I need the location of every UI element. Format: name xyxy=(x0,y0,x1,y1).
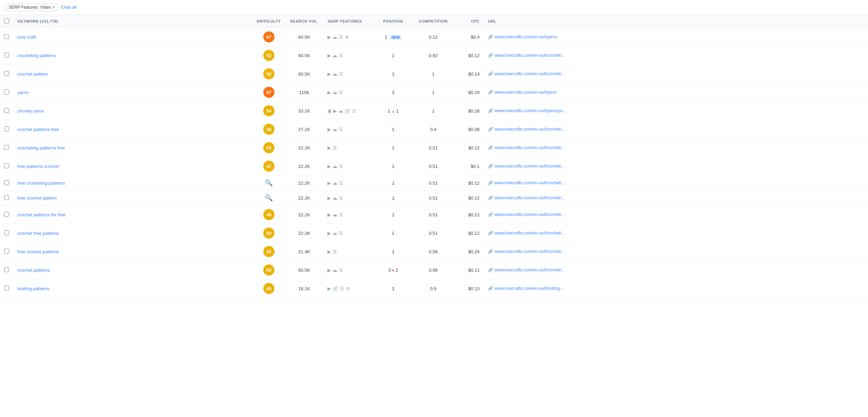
serp-features-cell: ▶⛰☰ xyxy=(323,191,376,206)
shop-icon: 🛒 xyxy=(333,286,338,291)
row-checkbox[interactable] xyxy=(4,180,9,185)
keyword-link[interactable]: love craft xyxy=(17,34,36,40)
difficulty-cell: 48 xyxy=(252,120,285,139)
keyword-link[interactable]: free crocheting patterns xyxy=(17,180,65,186)
url-cell: 🔗www.lovecrafts.com/en-us/l/crochet/... xyxy=(484,157,868,176)
video-icon: ▶ xyxy=(327,268,331,272)
position-cell: 1 xyxy=(376,191,410,206)
row-checkbox[interactable] xyxy=(4,90,9,94)
url-link[interactable]: 🔗www.lovecrafts.com/en-us/l/knitting-... xyxy=(488,286,864,291)
url-link[interactable]: 🔗www.lovecrafts.com/en-us/l/crochet/... xyxy=(488,145,864,150)
url-link[interactable]: 🔗www.lovecrafts.com/en-us/l/crochet/... xyxy=(488,71,864,76)
image-icon: ⛰ xyxy=(333,53,337,58)
filter-tag-close[interactable]: × xyxy=(52,5,55,10)
difficulty-cell: 54 xyxy=(252,102,285,120)
external-link-icon: 🔗 xyxy=(488,180,493,185)
keyword-link[interactable]: crocheting patterns xyxy=(17,53,56,58)
external-link-icon: 🔗 xyxy=(488,90,493,95)
row-checkbox[interactable] xyxy=(4,230,9,235)
url-link[interactable]: 🔗www.lovecrafts.com/en-us/l/crochet/... xyxy=(488,180,864,185)
header-url: URL xyxy=(484,15,868,28)
external-link-icon: 🔗 xyxy=(488,145,493,150)
row-checkbox[interactable] xyxy=(4,126,9,131)
row-checkbox[interactable] xyxy=(4,286,9,291)
row-checkbox[interactable] xyxy=(4,108,9,113)
image-icon: ⛰ xyxy=(333,127,337,132)
url-link[interactable]: 🔗www.lovecrafts.com/en-us/l/crochet/... xyxy=(488,195,864,200)
cpc-cell: $0.11 xyxy=(456,261,484,279)
video-icon: ▶ xyxy=(327,90,331,95)
keyword-cell: knitting patterns xyxy=(13,279,252,298)
keyword-link[interactable]: chunky yarns xyxy=(17,108,44,114)
external-link-icon: 🔗 xyxy=(488,127,493,132)
row-checkbox[interactable] xyxy=(4,34,9,39)
keyword-link[interactable]: crochet patterns free xyxy=(17,127,59,132)
select-all-checkbox[interactable] xyxy=(4,18,9,23)
table-row: free crochet patterns4221.4K▶☰10.56$0.24… xyxy=(0,242,868,261)
keyword-cell: free crochet patterns xyxy=(13,242,252,261)
clear-all-link[interactable]: Clear all xyxy=(61,5,76,10)
url-link[interactable]: 🔗www.lovecrafts.com/en-us/l/yarns xyxy=(488,90,864,95)
header-checkbox[interactable] xyxy=(0,15,13,28)
url-link[interactable]: 🔗www.lovecrafts.com/en-us/l/crochet/... xyxy=(488,127,864,132)
keyword-link[interactable]: free crochet patterns xyxy=(17,249,59,254)
difficulty-cell: 🔍 xyxy=(252,176,285,191)
position-cell: 1 xyxy=(376,206,410,224)
url-link[interactable]: 🔗www.lovecrafts.com/en-us/l/crochet/... xyxy=(488,249,864,254)
url-link[interactable]: 🔗www.lovecrafts.com/en-us/l/crochet/... xyxy=(488,212,864,217)
keyword-link[interactable]: yarns xyxy=(17,90,29,95)
external-link-icon: 🔗 xyxy=(488,212,493,217)
competition-cell: 0.4 xyxy=(410,120,456,139)
filter-tag-value: Video xyxy=(40,5,51,10)
list-icon: ☰ xyxy=(340,286,344,291)
keyword-link[interactable]: crocheting patterns free xyxy=(17,145,65,150)
row-checkbox-cell xyxy=(0,206,13,224)
row-checkbox[interactable] xyxy=(4,195,9,200)
external-link-icon: 🔗 xyxy=(488,34,493,39)
row-checkbox[interactable] xyxy=(4,53,9,57)
url-link[interactable]: 🔗www.lovecrafts.com/en-us/l/yarns/ya... xyxy=(488,108,864,113)
people-icon: ⚙ xyxy=(345,35,349,39)
url-cell: 🔗www.lovecrafts.com/en-us/l/crochet/... xyxy=(484,65,868,83)
keyword-link[interactable]: knitting patterns xyxy=(17,286,50,291)
row-checkbox[interactable] xyxy=(4,267,9,272)
keyword-link[interactable]: free crochet pattern xyxy=(17,195,57,201)
external-link-icon: 🔗 xyxy=(488,195,493,200)
search-vol-cell: 22.2K xyxy=(285,224,323,242)
row-checkbox-cell xyxy=(0,191,13,206)
row-checkbox[interactable] xyxy=(4,249,9,254)
filter-tag[interactable]: SERP Features: Video × xyxy=(6,3,58,11)
keyword-link[interactable]: crochet pattern xyxy=(17,71,48,77)
url-link[interactable]: 🔗www.lovecrafts.com/en-us/l/crochet/... xyxy=(488,164,864,169)
row-checkbox[interactable] xyxy=(4,163,9,168)
difficulty-cell: 57 xyxy=(252,83,285,102)
url-link[interactable]: 🔗www.lovecrafts.com/en-us/l/crochet/... xyxy=(488,231,864,235)
url-link[interactable]: 🔗www.lovecrafts.com/en-us/l/crochet/... xyxy=(488,268,864,272)
row-checkbox[interactable] xyxy=(4,145,9,150)
keyword-link[interactable]: crochet patterns xyxy=(17,268,50,273)
url-cell: 🔗www.lovecrafts.com/en-us/l/crochet/... xyxy=(484,176,868,191)
serp-features-cell: ▶⛰☰ xyxy=(323,206,376,224)
external-link-icon: 🔗 xyxy=(488,53,493,58)
image-icon: ⛰ xyxy=(333,196,337,200)
keyword-link[interactable]: crochet patterns for free xyxy=(17,212,66,217)
serp-features-cell: ▶⛰☰ xyxy=(323,46,376,65)
difficulty-cell: 53 xyxy=(252,139,285,157)
list-icon: ☰ xyxy=(339,196,343,200)
table-row: crocheting patterns5260.5K▶⛰☰10.92$0.12🔗… xyxy=(0,46,868,65)
row-checkbox[interactable] xyxy=(4,71,9,76)
table-row: crochet pattern5060.5K▶⛰☰11$0.14🔗www.lov… xyxy=(0,65,868,83)
serp-icons-group: ▶⛰☰⚙ xyxy=(327,35,371,39)
serp-icons-group: ▶☰ xyxy=(327,146,371,150)
row-checkbox[interactable] xyxy=(4,212,9,217)
difficulty-cell: 67 xyxy=(252,28,285,46)
keyword-link[interactable]: free patterns crochet xyxy=(17,164,59,169)
url-link[interactable]: 🔗www.lovecrafts.com/en-us/l/crochet/... xyxy=(488,53,864,58)
url-cell: 🔗www.lovecrafts.com/en-us/l/yarns xyxy=(484,28,868,46)
url-link[interactable]: 🔗www.lovecrafts.com/en-us/l/yarns xyxy=(488,34,864,39)
video-icon: ▶ xyxy=(327,72,331,76)
table-row: free crochet pattern🔍22.2K▶⛰☰10.51$0.12🔗… xyxy=(0,191,868,206)
row-checkbox-cell xyxy=(0,157,13,176)
url-cell: 🔗www.lovecrafts.com/en-us/l/crochet/... xyxy=(484,206,868,224)
keyword-link[interactable]: crochet free patterns xyxy=(17,231,59,236)
